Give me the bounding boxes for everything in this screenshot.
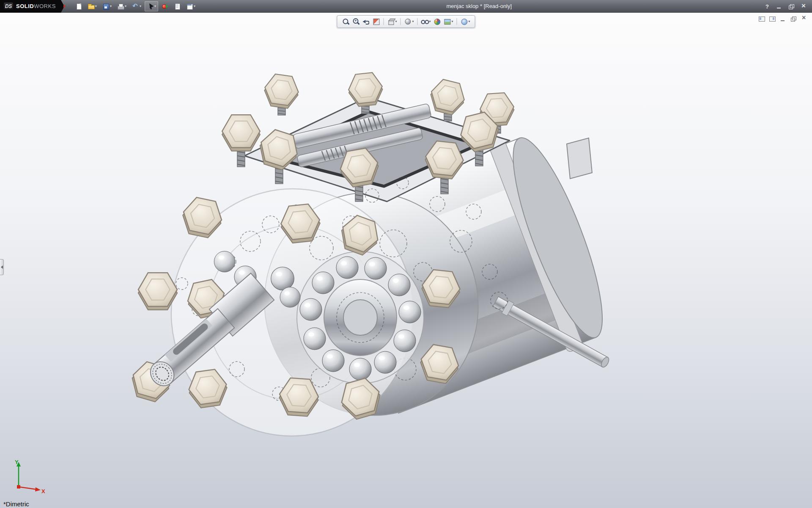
pane-left-button[interactable] [758,15,765,22]
pane-right-button[interactable] [768,15,776,22]
options-icon [186,3,193,10]
undo-icon [132,3,139,10]
housing-boss [567,138,592,179]
apply-scene-button[interactable]: ▾ [443,17,454,26]
previous-view-icon [362,18,370,25]
doc-restore-icon [790,16,797,22]
view-orientation-button[interactable]: ▾ [386,17,398,26]
hide-show-items-icon [421,18,428,25]
solidworks-logo: DS SOLIDWORKS [0,0,61,13]
edit-appearance-button[interactable] [433,17,442,26]
help-icon [763,3,770,9]
select-button[interactable]: ▾ [145,1,158,11]
restore-document-button[interactable] [790,15,797,22]
gearbox-assembly-model [128,72,620,452]
print-icon [117,3,124,10]
section-view-icon [372,18,380,25]
file-properties-icon [174,3,181,10]
apply-scene-icon [444,18,451,25]
zoom-to-area-button[interactable] [351,17,360,26]
brand-text: SOLIDWORKS [16,3,56,9]
file-properties-button[interactable] [172,1,183,11]
window-title: menjac sklop * [Read-only] [446,3,512,9]
display-style-icon [404,18,411,25]
dropdown-caret-icon[interactable]: ▾ [429,20,431,23]
zoom-to-area-icon [352,18,359,25]
triad-x-label: X [41,488,45,494]
pane-left-icon [758,16,765,22]
feature-panel-tab[interactable] [0,259,4,275]
dropdown-caret-icon[interactable]: ▾ [110,5,112,8]
dropdown-caret-icon[interactable]: ▾ [469,20,470,23]
zoom-to-fit-button[interactable] [341,17,350,26]
orientation-triad: Y X [6,459,47,497]
main-toolbar: ▾▾▾▾▾▾ [73,1,198,11]
dropdown-caret-icon[interactable]: ▾ [125,5,126,8]
collapse-arrow-icon [1,265,3,269]
print-button[interactable]: ▾ [115,1,129,11]
close-document-button[interactable] [800,15,808,22]
edit-appearance-icon [433,18,441,25]
toolbar-separator [457,18,457,25]
view-orientation-icon [387,18,395,25]
macro-record-button[interactable] [159,1,170,11]
dropdown-caret-icon[interactable]: ▾ [154,5,156,8]
toolbar-separator [417,18,417,25]
view-toolbar: ▾▾▾▾▾ [337,15,475,28]
view-settings-button[interactable]: ▾ [460,17,471,26]
dropdown-caret-icon[interactable]: ▾ [412,20,414,23]
save-button[interactable]: ▾ [100,1,114,11]
model-canvas[interactable] [0,13,812,508]
win-restore-icon [788,3,795,9]
open-button[interactable]: ▾ [85,1,99,11]
dropdown-caret-icon[interactable]: ▾ [95,5,97,8]
graphics-viewport[interactable]: ▾▾▾▾▾ Y X *Dimetric [0,13,812,508]
brand-bold: SOLID [16,3,34,9]
hide-show-items-button[interactable]: ▾ [420,17,431,26]
zoom-to-fit-icon [342,18,349,25]
display-style-button[interactable]: ▾ [403,17,414,26]
minimize-document-button[interactable] [779,15,787,22]
select-icon [147,3,154,10]
new-document-button[interactable] [73,1,84,11]
toolbar-separator [383,18,384,25]
brand-light: WORKS [34,3,56,9]
previous-view-button[interactable] [361,17,370,26]
options-button[interactable]: ▾ [184,1,198,11]
save-icon [102,3,109,10]
close-window-button[interactable] [799,3,808,10]
pane-right-icon [769,16,776,22]
dropdown-caret-icon[interactable]: ▾ [395,20,397,23]
ds-logo-icon: DS [4,3,13,10]
triad-y-label: Y [15,459,19,465]
macro-record-icon [162,3,168,10]
toolbar-separator [400,18,401,25]
restore-window-button[interactable] [787,3,796,10]
win-minimize-icon [776,3,782,9]
logo-accent-icon [63,4,66,8]
dropdown-caret-icon[interactable]: ▾ [194,5,195,8]
undo-button[interactable]: ▾ [130,1,143,11]
open-icon [88,3,94,10]
window-controls [763,3,812,10]
document-window-controls [758,15,808,22]
model-reflection [128,420,620,508]
doc-minimize-icon [779,16,786,22]
doc-close-icon [801,16,807,22]
dropdown-caret-icon[interactable]: ▾ [140,5,141,8]
dropdown-caret-icon[interactable]: ▾ [452,20,453,23]
help-button[interactable] [763,3,771,10]
view-orientation-label: *Dimetric [3,500,29,508]
win-close-icon [800,3,807,9]
view-settings-icon [461,18,468,25]
minimize-window-button[interactable] [775,3,783,10]
section-view-button[interactable] [371,17,381,26]
new-icon [75,3,82,10]
title-bar[interactable]: DS SOLIDWORKS ▾▾▾▾▾▾ menjac sklop * [Rea… [0,0,812,13]
